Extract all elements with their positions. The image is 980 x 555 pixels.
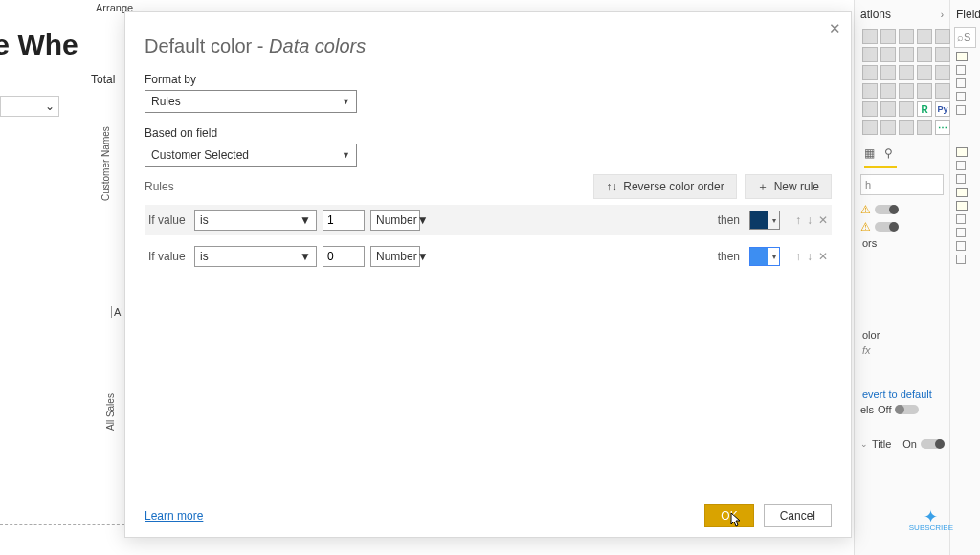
table-icon <box>956 52 968 61</box>
toggle-on[interactable] <box>875 222 898 232</box>
checkbox[interactable] <box>956 255 966 264</box>
color-swatch <box>750 211 768 229</box>
caret-down-icon: ▼ <box>417 250 429 263</box>
move-up-button[interactable]: ↑ <box>795 250 801 263</box>
move-up-button[interactable]: ↑ <box>795 213 801 227</box>
delete-rule-button[interactable]: ✕ <box>818 250 828 263</box>
value-input[interactable] <box>323 210 365 231</box>
move-down-button[interactable]: ↓ <box>807 213 813 227</box>
more-visuals-icon[interactable]: ⋯ <box>935 120 950 135</box>
based-on-label: Based on field <box>145 126 832 140</box>
fields-pane: Field ⌕S <box>949 0 980 555</box>
fields-well-icon[interactable]: ▦ <box>864 146 875 160</box>
warning-icon: ⚠ <box>860 203 871 216</box>
rules-header: Rules ↑↓Reverse color order ＋New rule <box>145 174 832 199</box>
format-tools-row: ▦ ⚲ <box>857 143 947 164</box>
chevron-down-icon: ⌄ <box>45 100 55 113</box>
default-color-fragment: olor <box>857 327 947 343</box>
toggle-on[interactable] <box>875 205 898 214</box>
py-visual-icon[interactable]: Py <box>935 101 950 117</box>
data-colors-fragment: ors <box>857 235 947 251</box>
title-row[interactable]: ⌄ Title On <box>857 436 947 452</box>
field-item[interactable] <box>952 63 978 77</box>
table-item[interactable] <box>952 186 978 199</box>
fields-header[interactable]: Field <box>952 4 978 25</box>
caret-down-icon: ▼ <box>342 150 350 160</box>
format-by-value: Rules <box>151 95 181 108</box>
fields-search[interactable]: ⌕S <box>954 27 976 48</box>
table-item[interactable] <box>952 50 978 63</box>
slicer-dropdown[interactable]: ⌄ <box>0 96 59 117</box>
field-item[interactable] <box>952 239 978 253</box>
ok-button[interactable]: OK <box>704 504 753 527</box>
checkbox[interactable] <box>956 78 966 88</box>
field-item[interactable] <box>952 77 978 90</box>
close-button[interactable]: ✕ <box>829 20 841 37</box>
visual-type-grid[interactable]: RPy ⋯ <box>857 25 947 139</box>
operator-select[interactable]: is▼ <box>194 246 317 267</box>
field-item[interactable] <box>952 103 978 117</box>
rule-row: If value is▼ Number▼ then ▾ ↑ ↓ ✕ <box>145 205 832 235</box>
if-label: If value <box>148 213 189 227</box>
table-item[interactable] <box>952 199 978 212</box>
delete-rule-button[interactable]: ✕ <box>818 213 828 227</box>
checkbox[interactable] <box>956 241 966 251</box>
r-visual-icon[interactable]: R <box>917 101 932 117</box>
checkbox[interactable] <box>956 92 966 101</box>
format-icon[interactable]: ⚲ <box>884 146 893 160</box>
swap-icon: ↑↓ <box>606 180 617 193</box>
rule-tools: ↑ ↓ ✕ <box>795 250 828 263</box>
type-select[interactable]: Number▼ <box>370 246 420 267</box>
field-item[interactable] <box>952 159 978 172</box>
default-color-dialog: ✕ Default color - Data colors Format by … <box>124 11 852 538</box>
if-label: If value <box>148 250 189 263</box>
reverse-order-button[interactable]: ↑↓Reverse color order <box>593 174 736 199</box>
rule-tools: ↑ ↓ ✕ <box>795 213 828 227</box>
type-select[interactable]: Number▼ <box>370 210 420 231</box>
table-item[interactable] <box>952 145 978 159</box>
caret-down-icon[interactable]: ▾ <box>768 248 779 265</box>
axis-label-customers: Customer Names <box>100 126 111 201</box>
chevron-down-icon: ⌄ <box>860 439 868 449</box>
color-picker[interactable]: ▾ <box>749 247 780 266</box>
data-labels-row[interactable]: els Off <box>857 402 947 417</box>
fx-indicator[interactable]: fx <box>857 343 947 358</box>
learn-more-link[interactable]: Learn more <box>145 509 203 522</box>
rule-row: If value is▼ Number▼ then ▾ ↑ ↓ ✕ <box>145 241 832 272</box>
move-down-button[interactable]: ↓ <box>807 250 813 263</box>
caret-down-icon[interactable]: ▾ <box>768 211 779 229</box>
based-on-select[interactable]: Customer Selected ▼ <box>145 144 357 166</box>
field-item[interactable] <box>952 172 978 186</box>
field-item[interactable] <box>952 90 978 103</box>
checkbox[interactable] <box>956 174 966 184</box>
visualizations-header[interactable]: ations › <box>857 4 947 25</box>
format-by-select[interactable]: Rules ▼ <box>145 90 357 113</box>
off-label: Off <box>878 404 891 415</box>
visualizations-title: ations <box>860 8 891 21</box>
checkbox[interactable] <box>956 105 966 115</box>
toggle-on[interactable] <box>921 439 944 449</box>
warning-icon: ⚠ <box>860 220 871 233</box>
checkbox[interactable] <box>956 161 966 170</box>
operator-select[interactable]: is▼ <box>194 210 317 231</box>
format-by-label: Format by <box>145 73 832 86</box>
visual-corner-label: Al <box>111 306 123 318</box>
toggle-off[interactable] <box>896 405 919 414</box>
field-item[interactable] <box>952 253 978 266</box>
checkbox[interactable] <box>956 65 966 75</box>
checkbox[interactable] <box>956 228 966 237</box>
format-item-1[interactable]: ⚠ <box>857 201 947 218</box>
revert-default-link[interactable]: evert to default <box>857 387 947 402</box>
color-picker[interactable]: ▾ <box>749 211 780 230</box>
fields-title: Field <box>956 8 980 21</box>
checkbox[interactable] <box>956 214 966 224</box>
page-divider <box>0 524 124 525</box>
format-search[interactable]: h <box>860 174 944 195</box>
format-item-2[interactable]: ⚠ <box>857 218 947 235</box>
field-item[interactable] <box>952 226 978 239</box>
field-item[interactable] <box>952 212 978 226</box>
new-rule-button[interactable]: ＋New rule <box>745 174 832 199</box>
table-icon <box>956 188 968 197</box>
value-input[interactable] <box>323 246 365 267</box>
cancel-button[interactable]: Cancel <box>764 504 832 527</box>
